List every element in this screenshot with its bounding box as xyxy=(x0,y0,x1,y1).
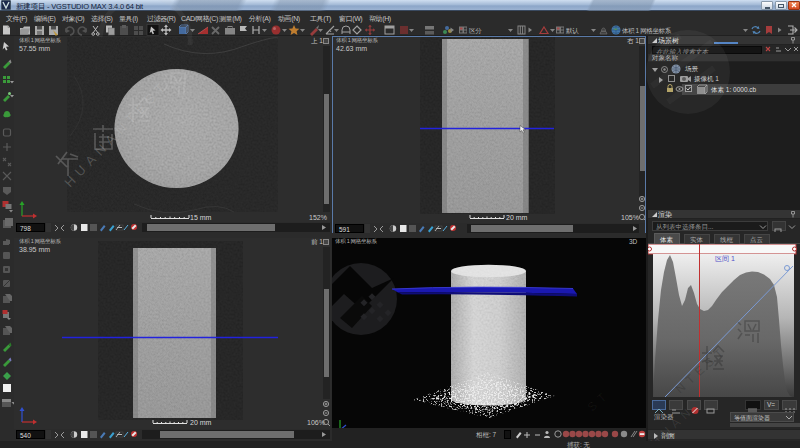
svg-text:区间 1: 区间 1 xyxy=(715,255,735,263)
